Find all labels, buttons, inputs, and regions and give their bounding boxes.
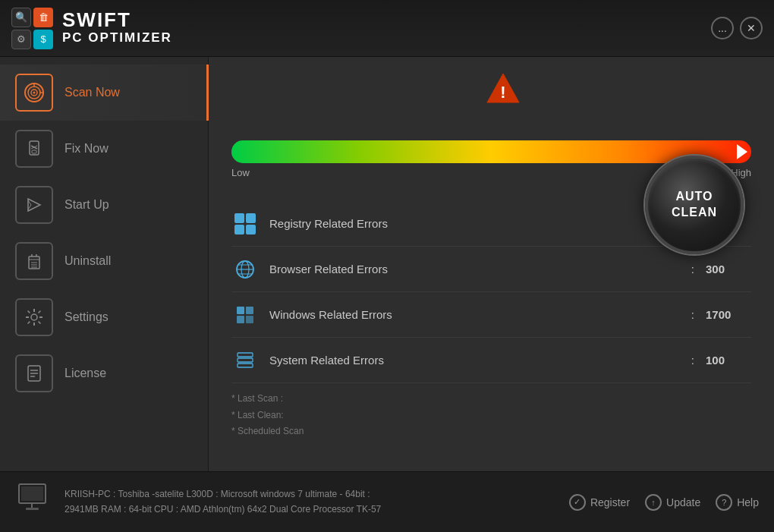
scheduled-scan-label: * Scheduled Scan — [231, 423, 751, 440]
svg-rect-40 — [237, 307, 244, 314]
svg-rect-6 — [30, 141, 39, 155]
system-icon — [231, 347, 258, 373]
uninstall-icon-box — [15, 242, 53, 280]
sidebar-item-start-up[interactable]: Start Up — [0, 177, 208, 233]
svg-rect-43 — [246, 316, 253, 323]
table-row: System Related Errors : 100 — [231, 338, 751, 383]
last-scan-label: * Last Scan : — [231, 391, 751, 408]
gauge-low-label: Low — [231, 167, 250, 178]
right-panel: ! Low High — [209, 57, 774, 471]
browser-count: 300 — [706, 263, 751, 275]
warning-icon: ! — [486, 72, 521, 107]
logo-gear-icon: ⚙ — [11, 30, 31, 49]
last-clean-label: * Last Clean: — [231, 408, 751, 424]
windows-count: 1700 — [706, 308, 751, 321]
window-controls: ... ✕ — [711, 17, 763, 39]
system-line1: KRIISH-PC : Toshiba -satelite L300D : Mi… — [64, 487, 569, 502]
sidebar-fix-now-label: Fix Now — [64, 142, 109, 156]
close-button[interactable]: ✕ — [740, 17, 763, 39]
start-up-icon-box — [15, 186, 53, 224]
logo-magnify-icon: 🔍 — [11, 8, 31, 27]
license-icon-box — [15, 354, 53, 392]
sidebar-scan-now-label: Scan Now — [64, 86, 120, 99]
update-label: Update — [666, 496, 700, 508]
help-label: Help — [737, 496, 759, 508]
registry-icon — [231, 210, 258, 237]
more-button[interactable]: ... — [711, 17, 734, 39]
sidebar-license-label: License — [64, 367, 106, 380]
windows-icon — [231, 301, 258, 328]
auto-clean-line2: CLEAN — [672, 205, 717, 221]
browser-colon: : — [691, 263, 694, 275]
svg-rect-50 — [26, 508, 39, 510]
svg-rect-9 — [32, 150, 36, 153]
sidebar: Scan Now Fix Now — [0, 57, 209, 471]
svg-marker-10 — [28, 199, 40, 211]
system-colon: : — [691, 354, 694, 367]
browser-error-name: Browser Related Errors — [269, 263, 680, 275]
svg-text:!: ! — [500, 83, 505, 102]
svg-rect-41 — [246, 307, 253, 314]
computer-icon — [15, 480, 53, 524]
update-button[interactable]: ↑ Update — [645, 494, 700, 511]
main-content: Scan Now Fix Now — [0, 57, 774, 471]
svg-rect-48 — [21, 486, 43, 501]
uninstall-icon — [24, 250, 45, 272]
logo-icons: 🔍 🗑 ⚙ $ — [11, 8, 53, 49]
svg-line-28 — [39, 311, 41, 313]
svg-line-26 — [39, 322, 41, 324]
browser-icon — [231, 256, 258, 282]
svg-rect-45 — [238, 358, 253, 362]
register-icon: ✓ — [569, 494, 586, 511]
sidebar-item-uninstall[interactable]: Uninstall — [0, 233, 208, 289]
sidebar-item-settings[interactable]: Settings — [0, 289, 208, 345]
register-button[interactable]: ✓ Register — [569, 494, 630, 511]
scan-info: * Last Scan : * Last Clean: * Scheduled … — [231, 383, 751, 440]
title-swift: SWIFT — [62, 10, 172, 30]
help-icon: ? — [716, 494, 732, 511]
footer-actions: ✓ Register ↑ Update ? Help — [569, 494, 759, 511]
license-icon — [24, 363, 45, 384]
logo-trash-icon: 🗑 — [33, 8, 53, 27]
settings-icon-box — [15, 298, 53, 336]
register-label: Register — [590, 496, 630, 508]
system-line2: 2941MB RAM : 64-bit CPU : AMD Athlon(tm)… — [64, 502, 569, 517]
help-button[interactable]: ? Help — [716, 494, 759, 511]
table-row: Browser Related Errors : 300 — [231, 247, 751, 292]
title-optimizer: PC OPTIMIZER — [62, 30, 172, 46]
fix-now-icon-box — [15, 130, 53, 168]
svg-line-27 — [28, 322, 30, 324]
windows-error-name: Windows Related Errors — [269, 308, 680, 321]
svg-rect-42 — [237, 316, 244, 323]
sidebar-settings-label: Settings — [64, 310, 109, 324]
svg-rect-46 — [238, 364, 253, 367]
start-up-icon — [24, 194, 45, 216]
registry-error-name: Registry Related Errors — [269, 217, 680, 230]
sidebar-start-up-label: Start Up — [64, 198, 109, 212]
title-bar: 🔍 🗑 ⚙ $ SWIFT PC OPTIMIZER ... ✕ — [0, 0, 774, 57]
svg-point-3 — [33, 92, 36, 94]
sidebar-item-scan-now[interactable]: Scan Now — [0, 65, 208, 121]
logo-dollar-icon: $ — [33, 30, 53, 49]
status-bar: KRIISH-PC : Toshiba -satelite L300D : Mi… — [0, 471, 774, 532]
auto-clean-line1: AUTO — [675, 189, 713, 205]
scan-now-icon-box — [15, 74, 53, 112]
sidebar-item-fix-now[interactable]: Fix Now — [0, 121, 208, 177]
fix-now-icon — [24, 138, 45, 159]
app-title: SWIFT PC OPTIMIZER — [62, 10, 172, 46]
system-count: 100 — [706, 354, 751, 367]
system-info: KRIISH-PC : Toshiba -satelite L300D : Mi… — [64, 487, 569, 516]
svg-point-20 — [31, 314, 37, 320]
system-error-name: System Related Errors — [269, 354, 680, 367]
scan-now-icon — [23, 81, 46, 104]
sidebar-uninstall-label: Uninstall — [64, 254, 111, 268]
gauge-pointer — [737, 144, 747, 159]
windows-colon: : — [691, 308, 694, 321]
table-row: Windows Related Errors : 1700 — [231, 292, 751, 338]
warning-area: ! — [231, 72, 751, 110]
sidebar-item-license[interactable]: License — [0, 345, 208, 401]
update-icon: ↑ — [645, 494, 662, 511]
svg-line-25 — [28, 311, 30, 313]
svg-rect-44 — [238, 353, 253, 357]
auto-clean-button[interactable]: AUTO CLEAN — [645, 156, 744, 254]
